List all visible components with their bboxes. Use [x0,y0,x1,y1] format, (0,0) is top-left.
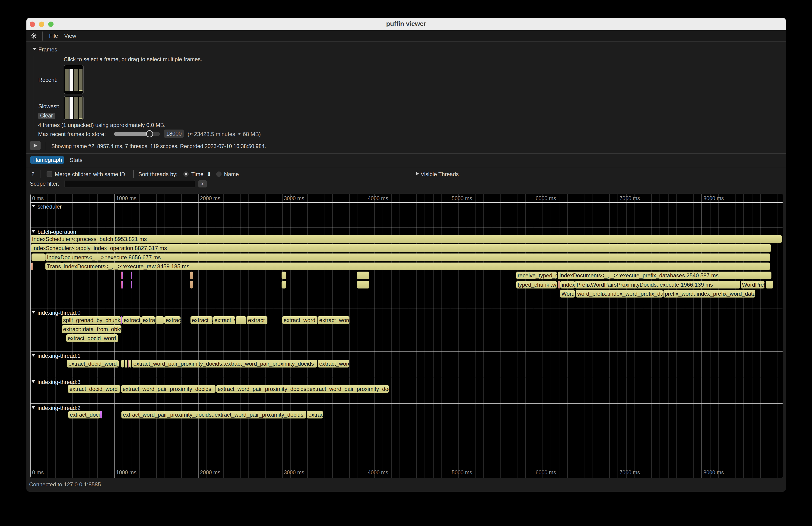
merge-children-checkbox[interactable] [47,171,52,177]
frame-bar[interactable] [79,69,83,91]
scope-bar[interactable] [122,281,123,289]
scope-bar[interactable]: extract_word_docids [141,316,155,324]
thread-label-batch-operation[interactable]: batch-operation [38,229,76,235]
tab-flamegraph[interactable]: Flamegraph [30,157,64,164]
tab-stats[interactable]: Stats [70,157,83,163]
scope-bar[interactable]: receive_typed_chunk [516,272,556,279]
scope-filter-input[interactable] [64,180,195,188]
help-button[interactable]: ? [31,171,34,177]
flamegraph-canvas[interactable]: 0 ms0 ms1000 ms1000 ms2000 ms2000 ms3000… [30,194,783,478]
scope-bar[interactable] [190,272,193,279]
scope-bar[interactable] [156,316,164,324]
merge-children-label[interactable]: Merge children with same ID [55,171,125,177]
sort-time-label[interactable]: Time [191,171,203,177]
scope-bar[interactable]: prefix_word::index_prefix_word_database [664,290,755,297]
scope-bar[interactable] [121,316,122,324]
scope-bar[interactable] [357,272,369,279]
scope-bar[interactable] [122,272,123,279]
scope-bar[interactable] [128,360,129,367]
scope-bar[interactable] [357,281,369,289]
slowest-frames-chart[interactable] [64,96,84,120]
scope-bar[interactable]: extract_word_position_docids [213,316,235,324]
scope-bar[interactable] [575,290,576,297]
visible-threads-collapse-icon[interactable] [416,172,419,175]
scope-bar[interactable]: extract_docid_word_positions [67,360,118,367]
scope-bar[interactable]: extract_word_pair_proximity_docids [282,316,318,324]
scope-bar[interactable] [121,360,124,367]
theme-toggle-button[interactable] [30,30,38,41]
scope-bar[interactable] [766,281,773,289]
scope-bar[interactable]: WordPrefixPairProximityDocids::execute [560,290,575,297]
scope-bar[interactable] [190,281,193,289]
scope-bar[interactable]: typed_chunk::write_typed_chunk_into_inde… [516,281,556,289]
sort-name-label[interactable]: Name [224,171,239,177]
frame-bar[interactable] [79,97,83,119]
scope-bar[interactable] [281,272,286,279]
scope-bar[interactable] [558,281,560,289]
scope-bar[interactable]: extract_word_docids [318,360,349,367]
scope-bar[interactable]: extract_docid_word_positions [66,334,118,342]
scope-bar[interactable]: IndexDocuments<_, _>::execute 8656.677 m… [45,253,770,261]
scope-bar[interactable]: extract_word_pair_proximity_docids::extr… [216,385,389,393]
thread-collapse-icon[interactable] [31,230,35,233]
frame-bar[interactable] [74,97,78,119]
max-frames-value[interactable]: 18000 [164,130,184,138]
scope-bar[interactable]: IndexScheduler>::process_batch 8953.821 … [31,235,782,243]
scope-bar[interactable] [131,272,132,279]
scope-bar[interactable]: extract_word_docids [318,316,349,324]
frame-bar[interactable] [65,97,69,119]
scope-bar[interactable]: extract::data_from_obkv_documents [62,325,121,333]
frames-collapse-icon[interactable] [33,48,37,50]
scope-bar[interactable]: extract_word_docids [122,316,141,324]
play-button[interactable] [30,141,41,150]
frame-bar[interactable] [65,69,69,91]
frames-header[interactable]: Frames [39,46,57,53]
scope-bar[interactable]: extract_word_docids [307,411,323,419]
clear-filter-button[interactable]: x [198,180,207,188]
scope-bar[interactable]: PrefixWordPairsProximityDocids::execute … [575,281,740,289]
frame-bar[interactable] [74,69,78,91]
thread-label-indexing-thread:0[interactable]: indexing-thread:0 [38,310,81,316]
scope-bar[interactable]: word_prefix::index_word_prefix_database [576,290,663,297]
scope-bar[interactable]: WordPrefixPairProximityDocids::execute [741,281,765,289]
scope-bar[interactable] [31,210,31,218]
scope-bar[interactable]: extract_word_docids [247,316,267,324]
sort-time-radio[interactable] [183,172,189,177]
thread-label-indexing-thread:3[interactable]: indexing-thread:3 [38,379,81,385]
scope-bar[interactable]: IndexDocuments<_, _>::execute_prefix_dat… [558,272,772,279]
slider-knob[interactable] [146,130,153,137]
scope-bar[interactable] [129,360,131,367]
clear-button[interactable]: Clear [38,113,55,119]
thread-label-indexing-thread:2[interactable]: indexing-thread:2 [38,405,81,411]
scope-bar[interactable]: IndexDocuments<_, _>::execute_raw 8459.1… [62,263,770,270]
scope-bar[interactable]: extract_word_docids [164,316,180,324]
recent-frames-chart[interactable] [64,65,84,94]
scope-bar[interactable]: extract_docid_word_positions [68,385,120,393]
scope-bar[interactable] [281,281,286,289]
thread-collapse-icon[interactable] [31,380,35,383]
visible-threads-header[interactable]: Visible Threads [421,171,459,177]
thread-collapse-icon[interactable] [31,354,35,356]
thread-collapse-icon[interactable] [31,205,35,207]
scope-bar[interactable] [125,360,128,367]
scope-bar[interactable] [236,316,246,324]
scope-bar[interactable]: extract_word_pair_proximity_docids::extr… [121,411,306,419]
thread-label-indexing-thread:1[interactable]: indexing-thread:1 [38,353,81,359]
scope-bar[interactable]: split_grenad_by_chunks [62,316,121,324]
menu-file[interactable]: File [49,30,58,41]
scope-bar[interactable] [131,281,132,289]
scope-bar[interactable]: index_prefix_word_pairs [560,281,575,289]
frame-bar-selected[interactable] [70,97,73,119]
scope-bar[interactable]: Trans [45,263,62,270]
scope-bar[interactable] [31,263,33,270]
scope-bar[interactable]: extract_word_pair_proximity_docids [121,385,216,393]
sort-direction-arrow-icon[interactable]: ⬇ [207,171,211,177]
thread-collapse-icon[interactable] [31,311,35,313]
scope-bar[interactable] [100,411,102,419]
thread-label-scheduler[interactable]: scheduler [38,203,62,210]
scope-bar[interactable]: extract_word_position_docids [190,316,213,324]
scope-bar[interactable]: extract_docid_word_positions [68,411,100,419]
scope-bar[interactable] [31,253,45,261]
frame-bar-selected[interactable] [70,69,73,91]
menu-view[interactable]: View [64,30,76,41]
